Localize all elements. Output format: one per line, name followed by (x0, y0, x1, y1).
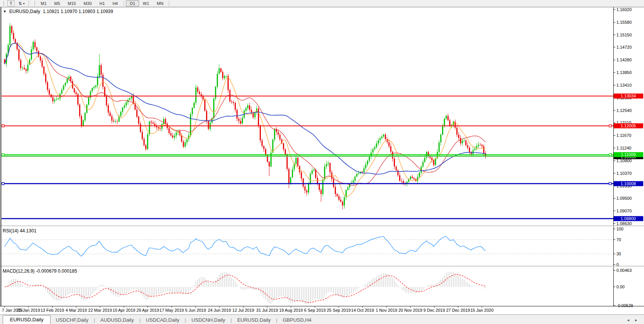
date-axis-label: 17 May 2019 (159, 308, 184, 312)
quote-close: 1.10939 (97, 9, 113, 14)
macd-indicator-label: MACD(12,26,9) -0.000679 0.000185 (3, 268, 77, 274)
svg-text:1.08800: 1.08800 (621, 216, 636, 221)
price-axis-tick: 1.15580 (616, 20, 632, 25)
price-axis-tick: 1.11670 (616, 133, 631, 138)
price-axis-tick: 1.09500 (616, 196, 632, 201)
price-axis-tick: 1.14280 (616, 58, 632, 62)
date-axis-label: 24 Jun 2019 (208, 308, 231, 312)
quote-high: 1.10970 (61, 9, 77, 14)
line-anchor-handle[interactable] (609, 125, 611, 127)
date-axis-label: 25 Jan 2019 (17, 308, 40, 312)
date-axis-label: 31 Jul 2019 (256, 308, 278, 312)
chart-tab-usdchf-daily[interactable]: USDCHF,Daily (51, 316, 93, 324)
chart-symbol-label: EURUSD,Daily (9, 9, 40, 14)
chart-tab-audusd-daily[interactable]: AUDUSD,Daily (95, 316, 139, 324)
swap-arrows-icon: ⇅ (18, 1, 22, 6)
line-anchor-handle[interactable] (2, 125, 4, 127)
date-axis-label: 10 Apr 2019 (113, 308, 135, 312)
svg-text:1.13034: 1.13034 (621, 94, 636, 98)
symbol-dropdown-arrow-icon[interactable]: ▼ (3, 10, 7, 13)
date-axis-label: 9 Dec 2019 (423, 308, 445, 312)
rsi-axis-tick: 100 (616, 227, 623, 231)
date-axis-label: 13 Feb 2019 (41, 308, 64, 312)
date-axis-label: 22 Mar 2019 (88, 308, 112, 312)
line-anchor-handle[interactable] (609, 153, 611, 156)
timeframe-button-W1[interactable]: W1 (139, 0, 153, 7)
timeframe-button-M1[interactable]: M1 (37, 0, 50, 7)
arrange-windows-button[interactable]: ⇅ ▾ (18, 1, 25, 6)
price-axis-tick: 1.10370 (616, 171, 632, 176)
rsi-indicator-label: RSI(14) 44.1301 (3, 228, 36, 234)
macd-axis-tick: 0.00 (616, 285, 624, 289)
chart-tab-usdcad-daily[interactable]: USDCAD,Daily (141, 316, 184, 324)
quote-open: 1.10821 (43, 9, 59, 14)
price-axis-tick: 1.15150 (616, 33, 632, 37)
svg-text:1.11009: 1.11009 (621, 152, 636, 157)
rsi-axis-tick: 30 (616, 252, 621, 256)
price-axis-tick: 1.16020 (616, 7, 632, 12)
toolbar-grip-handle[interactable] (33, 1, 35, 6)
price-axis-tick: 1.11240 (616, 146, 631, 150)
price-axis-tick: 1.09070 (616, 209, 632, 213)
chart-tab-usdcnh-daily[interactable]: USDCNH,Daily (187, 316, 230, 324)
date-axis-label: 25 Sep 2019 (327, 308, 351, 312)
price-axis-tick: 1.08630 (616, 221, 632, 226)
macd-axis-tick: 0.00463 (616, 268, 632, 273)
chevron-down-icon[interactable]: ▾ (23, 2, 25, 5)
toolbar-grip-handle[interactable] (2, 1, 4, 6)
price-axis-tick: 1.12540 (616, 108, 632, 113)
tab-scroll-right-icon[interactable]: ► (634, 318, 638, 322)
svg-text:1.10008: 1.10008 (621, 181, 636, 186)
tab-scroll-left-icon[interactable]: ◄ (626, 318, 630, 322)
timeframe-button-M30[interactable]: M30 (80, 0, 95, 7)
timeframe-button-MN[interactable]: MN (153, 0, 167, 7)
date-axis-label: 6 Sep 2019 (304, 308, 326, 312)
timeframe-button-group: M1M5M15M30H1H4D1W1MN (37, 0, 171, 7)
date-axis-label: 12 Jul 2019 (233, 308, 254, 312)
price-axis-tick: 1.13850 (616, 70, 632, 75)
macd-axis-tick: -0.00529 (616, 303, 633, 308)
date-axis-label: 4 Mar 2019 (66, 308, 87, 312)
price-chart-svg[interactable]: 1.160201.155801.151501.147201.142801.138… (0, 7, 644, 314)
date-axis-label: 29 Apr 2019 (136, 308, 159, 312)
price-axis-tick: 1.13410 (616, 83, 632, 87)
toolbar-separator (169, 1, 169, 6)
chart-tabs: EURUSD,DailyUSDCHF,Daily|AUDUSD,Daily|US… (0, 315, 316, 324)
timeframe-button-H1[interactable]: H1 (96, 0, 109, 7)
date-axis-label: 15 Jan 2020 (470, 308, 494, 312)
toolbar-separator (124, 1, 124, 6)
text-tool-button[interactable]: T (7, 0, 15, 7)
chart-tab-eurusd-daily[interactable]: EURUSD,Daily (3, 315, 51, 324)
top-toolbar: T ⇅ ▾ M1M5M15M30H1H4D1W1MN (0, 0, 644, 7)
svg-text:1.12005: 1.12005 (621, 123, 636, 128)
date-axis-label: 20 Nov 2019 (398, 308, 422, 312)
quote-low: 1.10803 (79, 9, 95, 14)
timeframe-button-H4[interactable]: H4 (109, 0, 122, 7)
date-axis-label: 1 Nov 2019 (376, 308, 397, 312)
chart-tab-gbpusd-h4[interactable]: GBPUSD,H4 (278, 316, 316, 324)
chart-tab-eurusd-daily[interactable]: EURUSD,Daily (232, 316, 275, 324)
chart-tab-bar: EURUSD,DailyUSDCHF,Daily|AUDUSD,Daily|US… (0, 314, 644, 324)
mt4-window: { "toolbar": { "text_tool_label": "T", "… (0, 0, 644, 324)
timeframe-button-M5[interactable]: M5 (51, 0, 64, 7)
date-axis-label: 14 Oct 2019 (351, 308, 374, 312)
toolbar-separator (29, 1, 29, 6)
date-axis-label: 27 Dec 2019 (446, 308, 470, 312)
rsi-axis-tick: 70 (616, 237, 621, 242)
timeframe-button-D1[interactable]: D1 (126, 0, 139, 7)
price-axis-tick: 1.14720 (616, 45, 632, 49)
line-anchor-handle[interactable] (2, 183, 4, 185)
chart-quote-header: ▼ EURUSD,Daily 1.10821 1.10970 1.10803 1… (3, 9, 113, 14)
date-axis-label: 19 Aug 2019 (279, 308, 303, 312)
timeframe-button-M15[interactable]: M15 (64, 0, 80, 7)
line-anchor-handle[interactable] (609, 183, 611, 185)
date-axis-label: 5 Jun 2019 (185, 308, 206, 312)
tab-scroll-controls: ◄ ► (626, 318, 638, 324)
line-anchor-handle[interactable] (2, 153, 4, 156)
